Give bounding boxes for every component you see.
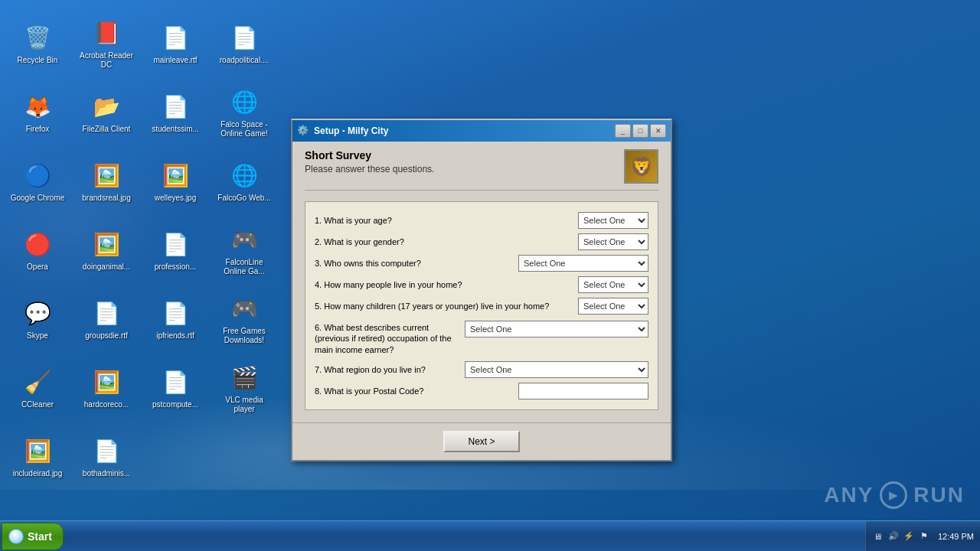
survey-row-q3: 3. Who owns this computer? Select One [315,253,648,274]
desktop-icon-skype[interactable]: 💬 Skype [3,285,72,354]
desktop-icon-doinganimal[interactable]: 🖼️ doinganimal... [72,216,141,285]
desktop-icon-bothadminis[interactable]: 📄 bothadminis... [72,422,141,491]
taskbar: Start 🖥 🔊 ⚡ ⚑ 12:49 PM [0,520,980,551]
tray-network-icon: 🖥 [872,530,884,543]
desktop-icon-acrobat[interactable]: 📕 Acrobat Reader DC [72,9,141,78]
start-orb-icon [8,529,24,544]
setup-dialog: ⚙️ Setup - Milfy City _ □ ✕ Short Survey… [291,119,672,461]
question-4: 4. How many people live in your home? [315,279,578,290]
select-age[interactable]: Select One [578,212,648,229]
control-q5: Select One [578,298,648,315]
anyrun-play-icon: ▶ [880,481,907,509]
desktop-icon-falcogo[interactable]: 🌐 FalcoGo Web... [210,147,279,216]
desktop-icon-welleyes[interactable]: 🖼️ welleyes.jpg [141,147,210,216]
dialog-content: Short Survey Please answer these questio… [292,142,671,422]
setup-icon: ⚙️ [297,125,309,137]
question-6: 6. What best describes current (previous… [315,321,465,355]
close-button[interactable]: ✕ [650,124,666,138]
restore-button[interactable]: □ [632,124,648,138]
question-3: 3. Who owns this computer? [315,258,518,269]
survey-row-q1: 1. What is your age? Select One [315,210,648,231]
postal-code-input[interactable] [518,383,648,399]
tray-volume-icon[interactable]: 🔊 [887,530,900,543]
next-button[interactable]: Next > [443,431,519,452]
question-7: 7. What region do you live in? [315,364,465,375]
survey-subtitle: Please answer these questions. [305,164,434,174]
survey-row-q6: 6. What best describes current (previous… [315,317,648,359]
minimize-button[interactable]: _ [615,124,631,138]
select-children-home[interactable]: Select One [578,298,648,315]
survey-row-q7: 7. What region do you live in? Select On… [315,359,648,380]
dialog-title: Setup - Milfy City [314,126,388,136]
dialog-titlebar: ⚙️ Setup - Milfy City _ □ ✕ [292,120,671,142]
question-2: 2. What is your gender? [315,236,578,247]
question-5: 5. How many children (17 years or younge… [315,301,578,311]
survey-header-text: Short Survey Please answer these questio… [305,149,434,174]
tray-battery-icon: ⚡ [903,530,915,543]
control-q1: Select One [578,212,648,229]
survey-row-q2: 2. What is your gender? Select One [315,231,648,253]
desktop-icon-falco-space[interactable]: 🌐 Falco Space - Online Game! [210,78,279,147]
desktop-icon-recycle-bin[interactable]: 🗑️ Recycle Bin [3,9,72,78]
system-clock: 12:49 PM [933,532,974,541]
select-region[interactable]: Select One [465,361,648,378]
survey-row-q5: 5. How many children (17 years or younge… [315,295,648,317]
desktop-icon-pstcompute[interactable]: 📄 pstcompute... [141,354,210,422]
question-1: 1. What is your age? [315,215,578,226]
select-occupation[interactable]: Select One [465,321,648,337]
survey-header-image: 🦁 [624,149,658,184]
survey-row-q8: 8. What is your Postal Code? [315,380,648,402]
desktop-icon-hardcoreco[interactable]: 🖼️ hardcoreco... [72,354,141,422]
desktop-icon-includeirad[interactable]: 🖼️ includeirad.jpg [3,422,72,491]
control-q2: Select One [578,233,648,250]
dialog-title-left: ⚙️ Setup - Milfy City [297,125,388,137]
desktop: 🗑️ Recycle Bin 📕 Acrobat Reader DC 📄 mai… [0,0,980,551]
control-q3: Select One [518,255,648,272]
anyrun-text2: RUN [913,483,965,507]
desktop-icon-roadpolitical[interactable]: 📄 roadpolitical.... [210,9,279,78]
control-q7: Select One [465,361,648,378]
control-q6: Select One [465,321,648,337]
desktop-icon-falconline[interactable]: 🎮 FalconLine Online Ga... [210,216,279,285]
desktop-icon-studentssim[interactable]: 📄 studentssim... [141,78,210,147]
desktop-icon-opera[interactable]: 🔴 Opera [3,216,72,285]
survey-header: Short Survey Please answer these questio… [305,149,658,191]
start-button[interactable]: Start [2,523,64,550]
desktop-icon-brandsreal[interactable]: 🖼️ brandsreal.jpg [72,147,141,216]
desktop-icon-free-games[interactable]: 🎮 Free Games Downloads! [210,285,279,354]
select-computer-owner[interactable]: Select One [518,255,648,272]
start-label: Start [28,530,52,543]
desktop-icon-filezilla[interactable]: 📂 FileZilla Client [72,78,141,147]
dialog-title-buttons: _ □ ✕ [615,124,666,138]
question-8: 8. What is your Postal Code? [315,386,518,396]
survey-questions: 1. What is your age? Select One 2. What … [305,201,658,410]
desktop-icon-profession[interactable]: 📄 profession... [141,216,210,285]
desktop-icon-chrome[interactable]: 🔵 Google Chrome [3,147,72,216]
taskbar-tray: 🖥 🔊 ⚡ ⚑ 12:49 PM [865,521,980,551]
control-q4: Select One [578,276,648,293]
desktop-icon-vlc[interactable]: 🎬 VLC media player [210,354,279,422]
anyrun-text: ANY [824,483,874,507]
anyrun-watermark: ANY ▶ RUN [824,481,965,509]
desktop-icons-container: 🗑️ Recycle Bin 📕 Acrobat Reader DC 📄 mai… [0,6,282,494]
survey-row-q4: 4. How many people live in your home? Se… [315,274,648,295]
survey-title: Short Survey [305,149,434,161]
desktop-icon-groupsdie[interactable]: 📄 groupsdie.rtf [72,285,141,354]
desktop-icon-ipfriends[interactable]: 📄 ipfriends.rtf [141,285,210,354]
desktop-icon-mainleave[interactable]: 📄 mainleave.rtf [141,9,210,78]
desktop-icon-ccleaner[interactable]: 🧹 CCleaner [3,354,72,422]
dialog-footer: Next > [292,422,671,460]
tray-flag-icon: ⚑ [918,530,930,543]
control-q8 [518,383,648,399]
select-people-home[interactable]: Select One [578,276,648,293]
select-gender[interactable]: Select One [578,233,648,250]
desktop-icon-firefox[interactable]: 🦊 Firefox [3,78,72,147]
